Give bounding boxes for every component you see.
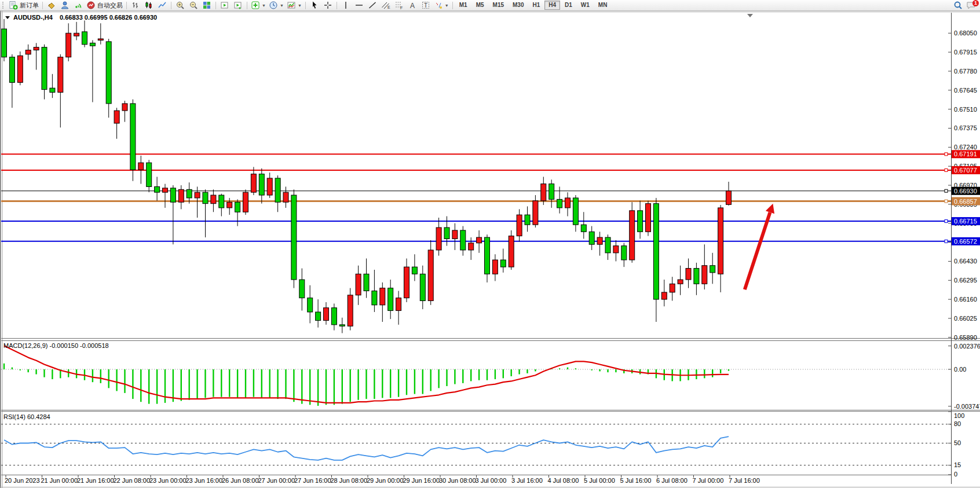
vertical-line-tool-button[interactable] <box>339 1 352 10</box>
timeframe-h1-button[interactable]: H1 <box>528 1 544 10</box>
new-order-label: 新订单 <box>20 1 39 10</box>
period-button[interactable]: ▼ <box>268 1 285 10</box>
crosshair-tool-button[interactable] <box>321 1 334 10</box>
price-chart-canvas[interactable]: 0.680500.679150.677800.676450.675100.673… <box>0 10 980 488</box>
svg-text:0.66295: 0.66295 <box>954 277 977 284</box>
vertical-line-icon <box>341 1 350 10</box>
crosshair-icon <box>323 1 332 10</box>
timeframe-m5-button[interactable]: M5 <box>472 1 488 10</box>
zoom-out-button[interactable] <box>187 1 200 10</box>
time-label: 26 Jun 08:00 <box>222 477 259 484</box>
community-button[interactable] <box>58 1 71 10</box>
paint-bucket-icon <box>47 1 56 10</box>
svg-text:100: 100 <box>954 412 964 419</box>
macd-label: MACD(12,26,9) -0.000150 -0.000518 <box>3 342 109 349</box>
horizontal-line-tool-button[interactable] <box>353 1 365 10</box>
svg-text:15: 15 <box>954 461 961 468</box>
new-chart-button[interactable] <box>232 1 244 10</box>
svg-text:0.002376: 0.002376 <box>954 343 980 350</box>
channel-tool-button[interactable]: E <box>379 1 392 10</box>
timeframe-mn-button[interactable]: MN <box>594 1 612 10</box>
equidistant-channel-icon: E <box>381 1 390 10</box>
search-button[interactable] <box>952 1 964 10</box>
signal-icon <box>74 1 83 10</box>
cursor-icon <box>310 1 319 10</box>
separator <box>305 2 306 9</box>
timeframe-h4-button[interactable]: H4 <box>544 1 560 10</box>
new-chart-icon <box>233 1 243 10</box>
tile-windows-button[interactable] <box>200 1 213 10</box>
dropdown-caret: ▼ <box>262 3 266 8</box>
zoom-in-button[interactable] <box>174 1 187 10</box>
chart-title: AUDUSD-,H40.66833 0.66995 0.66826 0.6693… <box>5 14 157 21</box>
time-label: 23 Jun 16:00 <box>186 477 223 484</box>
svg-text:50: 50 <box>954 439 961 446</box>
separator <box>42 2 43 9</box>
time-label: 21 Jun 00:00 <box>41 477 78 484</box>
time-label: 27 Jun 00:00 <box>258 477 295 484</box>
text-tool-button[interactable]: A <box>406 1 419 10</box>
add-indicator-button[interactable]: ▼ <box>250 1 267 10</box>
time-label: 23 Jun 00:00 <box>149 477 187 484</box>
line-chart-icon <box>158 1 167 10</box>
dropdown-caret: ▼ <box>298 3 302 8</box>
svg-text:F: F <box>400 6 403 10</box>
candle-chart-mode-button[interactable] <box>142 1 155 10</box>
timeframe-m30-button[interactable]: M30 <box>509 1 528 10</box>
timeframe-d1-button[interactable]: D1 <box>561 1 576 10</box>
time-label: 6 Jul 08:00 <box>656 477 688 484</box>
template-button[interactable]: ▼ <box>286 1 303 10</box>
separator <box>171 2 171 9</box>
timeframe-m15-button[interactable]: M15 <box>489 1 508 10</box>
svg-text:0.67191: 0.67191 <box>954 151 977 157</box>
time-label: 28 Jun 08:00 <box>331 477 368 484</box>
new-order-button[interactable]: 新订单 <box>8 1 40 10</box>
separator <box>215 2 216 9</box>
time-label: 3 Jul 16:00 <box>511 477 543 484</box>
time-label: 30 Jun 08:00 <box>439 477 476 484</box>
time-label: 3 Jul 00:00 <box>476 477 507 484</box>
svg-text:0.67240: 0.67240 <box>954 144 977 151</box>
strategy-tester-button[interactable] <box>218 1 231 10</box>
text-label-tool-button[interactable]: T <box>419 1 432 10</box>
arrows-tool-button[interactable]: ▼ <box>433 1 450 10</box>
template-icon <box>287 1 296 10</box>
bar-chart-mode-button[interactable] <box>129 1 142 10</box>
rsi-label: RSI(14) 60.4284 <box>3 413 50 420</box>
notification-badge: 1 <box>972 0 979 6</box>
arrows-shapes-icon <box>434 1 443 10</box>
symbol-title: AUDUSD-,H4 <box>13 14 53 21</box>
autotrading-button[interactable]: 自动交易 <box>85 1 124 10</box>
tile-windows-icon <box>202 1 211 10</box>
styler-button[interactable] <box>45 1 58 10</box>
search-icon <box>953 1 963 10</box>
fibonacci-tool-button[interactable]: F <box>393 1 405 10</box>
notifications-button[interactable]: 1 <box>965 1 979 10</box>
svg-text:0.66430: 0.66430 <box>954 258 977 265</box>
zoom-in-icon <box>175 1 185 10</box>
timeframe-m1-button[interactable]: M1 <box>455 1 471 10</box>
timeframe-w1-button[interactable]: W1 <box>577 1 594 10</box>
toolbar-grip <box>2 2 6 9</box>
time-label: 7 Jul 16:00 <box>729 477 760 484</box>
separator <box>126 2 127 9</box>
time-label: 21 Jun 16:00 <box>77 477 114 484</box>
line-chart-mode-button[interactable] <box>156 1 169 10</box>
time-label: 4 Jul 08:00 <box>548 477 579 484</box>
svg-text:0.66025: 0.66025 <box>954 315 977 322</box>
svg-text:0.68050: 0.68050 <box>954 30 977 36</box>
trendline-tool-button[interactable] <box>366 1 379 10</box>
autotrading-icon <box>86 1 96 10</box>
time-axis[interactable]: 20 Jun 202321 Jun 00:0021 Jun 16:0022 Ju… <box>5 475 760 484</box>
svg-text:0.67915: 0.67915 <box>954 49 977 56</box>
text-label-icon: T <box>421 1 430 10</box>
zoom-out-icon <box>189 1 198 10</box>
svg-text:80: 80 <box>954 420 961 427</box>
separator <box>337 2 337 9</box>
cursor-tool-button[interactable] <box>308 1 321 10</box>
svg-text:T: T <box>424 2 427 9</box>
dropdown-caret: ▼ <box>280 3 284 8</box>
clock-icon <box>269 1 278 10</box>
time-label: 5 Jul 00:00 <box>584 477 615 484</box>
signals-button[interactable] <box>72 1 85 10</box>
